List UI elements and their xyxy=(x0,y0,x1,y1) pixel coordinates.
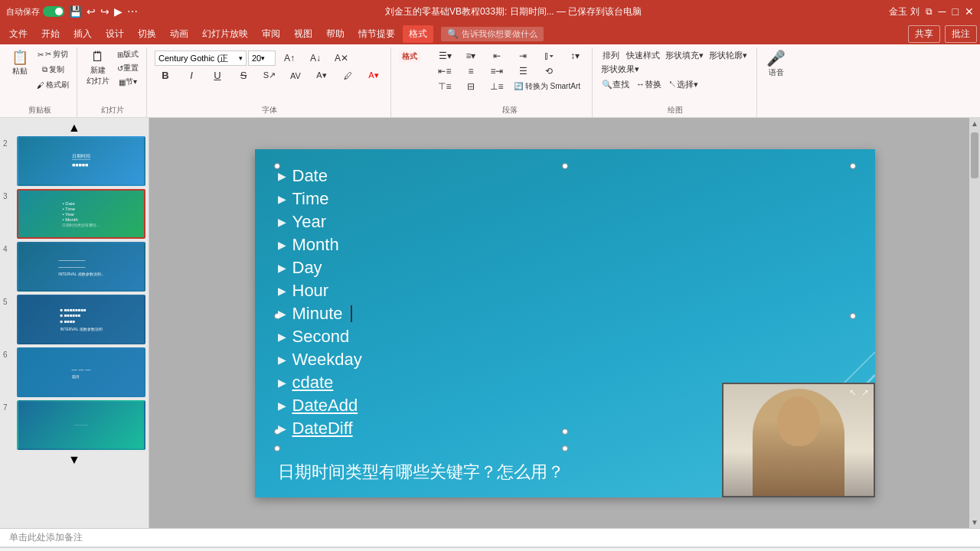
align-bottom-button[interactable]: ⊥≡ xyxy=(485,80,509,93)
bullet-item-second[interactable]: ▶ Second xyxy=(278,325,852,348)
menu-home[interactable]: 开始 xyxy=(35,25,66,43)
menu-help[interactable]: 帮助 xyxy=(320,25,351,43)
search-box[interactable]: 🔍 告诉我你想要做什么 xyxy=(441,27,544,41)
bullet-item-minute[interactable]: ▶ Minute xyxy=(278,302,852,325)
menu-storyboard[interactable]: 情节提要 xyxy=(352,25,401,43)
underline-button[interactable]: U xyxy=(205,69,230,82)
bullet-item-year[interactable]: ▶ Year xyxy=(278,210,852,233)
replace-button[interactable]: ↔替换 xyxy=(633,77,665,92)
font-name-dropdown[interactable]: ▾ xyxy=(239,54,243,62)
handle-title-center[interactable] xyxy=(562,445,568,452)
font-color-button[interactable]: A▾ xyxy=(309,70,334,81)
font-name-selector[interactable]: Century Gothic (正 ▾ xyxy=(155,51,247,66)
share-button[interactable]: 共享 xyxy=(908,25,940,43)
menu-file[interactable]: 文件 xyxy=(3,25,34,43)
scroll-thumb[interactable] xyxy=(971,132,978,178)
reset-button[interactable]: ↺ 重置 xyxy=(114,61,142,75)
present-icon[interactable]: ▶ xyxy=(114,5,122,18)
new-slide-button[interactable]: 🗒 新建幻灯片 xyxy=(83,47,113,88)
menu-animation[interactable]: 动画 xyxy=(164,25,194,43)
shape-fill-button[interactable]: 形状填充▾ xyxy=(663,49,706,62)
scroll-up-arrow[interactable]: ▲ xyxy=(971,119,978,128)
char-spacing-button[interactable]: AV xyxy=(283,70,308,81)
indent-increase-button[interactable]: ⇥ xyxy=(511,49,535,63)
slide-thumb-2[interactable]: 2 日期时间 ■■■■■ xyxy=(3,136,145,186)
indent-decrease-button[interactable]: ⇤ xyxy=(485,49,509,63)
slide-thumb-6[interactable]: 6 — — — 题目 xyxy=(3,347,145,397)
menu-format[interactable]: 格式 xyxy=(403,25,433,43)
align-middle-button[interactable]: ⊟ xyxy=(459,80,483,93)
col-button[interactable]: ⫿▾ xyxy=(537,49,561,63)
menu-insert[interactable]: 插入 xyxy=(67,25,98,43)
bullet-item-month[interactable]: ▶ Month xyxy=(278,233,852,256)
clear-format-button[interactable]: A✕ xyxy=(329,52,354,64)
close-button[interactable]: ✕ xyxy=(965,5,974,18)
bullet-item-date[interactable]: ▶ Date xyxy=(278,165,852,187)
strikethrough-button[interactable]: S xyxy=(231,69,256,82)
maximize-button[interactable]: □ xyxy=(952,5,959,18)
text-direction-button[interactable]: ⟲ xyxy=(537,64,561,78)
voice-button[interactable]: 🎤 语音 xyxy=(763,47,789,80)
scroll-down-arrow[interactable]: ▼ xyxy=(971,518,978,527)
font-color2-button[interactable]: A▾ xyxy=(361,70,386,81)
increase-font-button[interactable]: A↑ xyxy=(277,52,302,64)
redo-icon[interactable]: ↪ xyxy=(100,5,109,18)
shadow-button[interactable]: S↗ xyxy=(257,70,282,81)
slide-scrollbar[interactable]: ▲ ▼ xyxy=(969,118,980,528)
cut-button[interactable]: ✂ ✂ 剪切 xyxy=(34,47,72,61)
slide-thumb-3[interactable]: 3 • Date • Time • Year • Month 日期时间类型有哪些… xyxy=(3,189,145,239)
align-center-button[interactable]: ≡ xyxy=(459,64,483,78)
convert-smartart-button[interactable]: 🔄 转换为 SmartArt xyxy=(511,80,583,93)
quick-style-button[interactable]: 快速样式 xyxy=(624,49,662,62)
restore-icon[interactable]: ⧉ xyxy=(926,6,933,17)
panel-scroll-down[interactable]: ▼ xyxy=(3,453,145,467)
layout-button[interactable]: ⊞ 版式 xyxy=(114,47,142,61)
shape-arrange-button[interactable]: 排列 xyxy=(599,49,623,62)
save-icon[interactable]: 💾 xyxy=(69,5,82,18)
bullet-list-button[interactable]: ☰▾ xyxy=(433,49,457,63)
align-left-button[interactable]: ⇤≡ xyxy=(433,64,457,78)
bold-button[interactable]: B xyxy=(153,69,178,82)
slide-canvas[interactable]: ▶ Date ▶ Time ▶ Year ▶ Month ▶ Day xyxy=(255,149,875,497)
notes-placeholder[interactable]: 单击此处添加备注 xyxy=(9,531,83,544)
justify-button[interactable]: ☰ xyxy=(511,64,535,78)
handle-title-left[interactable] xyxy=(274,445,280,452)
font-size-dropdown[interactable]: ▾ xyxy=(261,54,265,62)
notes-bar[interactable]: 单击此处添加备注 xyxy=(0,529,980,547)
paste-button[interactable]: 📋 粘贴 xyxy=(8,47,32,78)
slide-thumb-7[interactable]: 7 ——— xyxy=(3,400,145,450)
section-button[interactable]: ▦ 节▾ xyxy=(114,75,142,89)
minimize-button[interactable]: ─ xyxy=(939,5,946,18)
align-top-button[interactable]: ⊤≡ xyxy=(433,80,457,93)
bullet-item-day[interactable]: ▶ Day xyxy=(278,256,852,279)
comment-button[interactable]: 批注 xyxy=(945,25,977,43)
select-button[interactable]: ↖选择▾ xyxy=(665,77,701,92)
bullet-item-weekday[interactable]: ▶ Weekday xyxy=(278,348,852,371)
autosave-toggle[interactable]: 自动保存 xyxy=(6,6,64,18)
decrease-font-button[interactable]: A↓ xyxy=(303,52,328,64)
copy-button[interactable]: ⧉ 复制 xyxy=(34,63,72,77)
highlight-button[interactable]: 🖊 xyxy=(335,70,360,81)
autosave-switch[interactable] xyxy=(43,6,64,17)
number-list-button[interactable]: ≡▾ xyxy=(459,49,483,63)
font-size-selector[interactable]: 20 ▾ xyxy=(248,51,276,66)
menu-design[interactable]: 设计 xyxy=(100,25,130,43)
undo-icon[interactable]: ↩ xyxy=(87,5,96,18)
align-right-button[interactable]: ≡⇥ xyxy=(485,64,509,78)
menu-view[interactable]: 视图 xyxy=(288,25,318,43)
menu-slideshow[interactable]: 幻灯片放映 xyxy=(196,25,254,43)
menu-review[interactable]: 审阅 xyxy=(256,25,286,43)
panel-scroll-up[interactable]: ▲ xyxy=(3,121,145,135)
shape-outline-button[interactable]: 形状轮廓▾ xyxy=(707,49,750,62)
find-button[interactable]: 🔍查找 xyxy=(599,77,632,92)
format-painter-button[interactable]: 🖌 格式刷 xyxy=(34,78,72,92)
slide-thumb-5[interactable]: 5 ■ ■■■■■■■■ ■ ■■■■■■ ■ ■■■■ INTERVAL 函数… xyxy=(3,295,145,344)
bullet-item-time[interactable]: ▶ Time xyxy=(278,187,852,210)
more-icon[interactable]: ⋯ xyxy=(127,5,138,18)
bullet-item-hour[interactable]: ▶ Hour xyxy=(278,279,852,302)
shape-effect-button[interactable]: 形状效果▾ xyxy=(599,63,642,76)
line-spacing-button[interactable]: ↕▾ xyxy=(563,49,587,63)
slide-thumb-4[interactable]: 4 ————— ————— INTERVAL 函数参数说明... xyxy=(3,242,145,292)
menu-switch[interactable]: 切换 xyxy=(132,25,162,43)
italic-button[interactable]: I xyxy=(179,69,204,82)
